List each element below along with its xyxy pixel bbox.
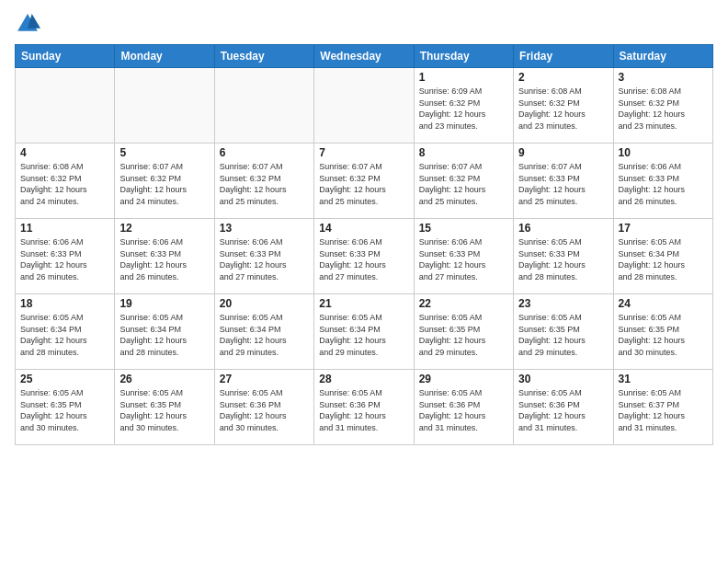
- day-info: Sunrise: 6:06 AM Sunset: 6:33 PM Dayligh…: [619, 161, 708, 207]
- day-number: 30: [518, 373, 608, 385]
- calendar-cell: 15Sunrise: 6:06 AM Sunset: 6:33 PM Dayli…: [414, 219, 513, 294]
- calendar-cell: 22Sunrise: 6:05 AM Sunset: 6:35 PM Dayli…: [414, 294, 513, 370]
- day-number: 26: [119, 373, 209, 385]
- calendar-cell: 23Sunrise: 6:05 AM Sunset: 6:35 PM Dayli…: [514, 294, 613, 370]
- calendar-cell: 12Sunrise: 6:06 AM Sunset: 6:33 PM Dayli…: [115, 219, 214, 294]
- calendar-cell: 4Sunrise: 6:08 AM Sunset: 6:32 PM Daylig…: [16, 144, 115, 219]
- day-info: Sunrise: 6:07 AM Sunset: 6:32 PM Dayligh…: [220, 161, 309, 207]
- calendar-cell: [214, 68, 313, 144]
- calendar-header: SundayMondayTuesdayWednesdayThursdayFrid…: [16, 45, 713, 68]
- day-number: 9: [518, 146, 608, 159]
- day-number: 16: [518, 222, 608, 235]
- day-info: Sunrise: 6:07 AM Sunset: 6:32 PM Dayligh…: [119, 161, 209, 207]
- day-number: 25: [20, 373, 109, 385]
- calendar-cell: 20Sunrise: 6:05 AM Sunset: 6:34 PM Dayli…: [214, 294, 313, 370]
- weekday-header-row: SundayMondayTuesdayWednesdayThursdayFrid…: [16, 45, 713, 68]
- weekday-header-monday: Monday: [115, 45, 214, 68]
- day-info: Sunrise: 6:05 AM Sunset: 6:34 PM Dayligh…: [220, 312, 309, 358]
- logo-icon: [15, 11, 40, 37]
- calendar-cell: 30Sunrise: 6:05 AM Sunset: 6:36 PM Dayli…: [514, 370, 613, 445]
- day-number: 12: [119, 222, 209, 235]
- weekday-header-friday: Friday: [514, 45, 613, 68]
- day-number: 23: [518, 297, 608, 310]
- day-info: Sunrise: 6:05 AM Sunset: 6:35 PM Dayligh…: [619, 312, 708, 358]
- calendar-cell: 7Sunrise: 6:07 AM Sunset: 6:32 PM Daylig…: [314, 144, 414, 219]
- calendar-cell: 11Sunrise: 6:06 AM Sunset: 6:33 PM Dayli…: [16, 219, 115, 294]
- calendar-body: 1Sunrise: 6:09 AM Sunset: 6:32 PM Daylig…: [16, 68, 713, 445]
- day-info: Sunrise: 6:07 AM Sunset: 6:32 PM Dayligh…: [419, 161, 508, 207]
- weekday-header-thursday: Thursday: [414, 45, 513, 68]
- day-info: Sunrise: 6:05 AM Sunset: 6:35 PM Dayligh…: [518, 312, 608, 358]
- calendar-cell: 6Sunrise: 6:07 AM Sunset: 6:32 PM Daylig…: [214, 144, 313, 219]
- week-row-5: 25Sunrise: 6:05 AM Sunset: 6:35 PM Dayli…: [16, 370, 713, 445]
- day-number: 29: [419, 373, 508, 385]
- calendar-cell: 18Sunrise: 6:05 AM Sunset: 6:34 PM Dayli…: [16, 294, 115, 370]
- day-info: Sunrise: 6:05 AM Sunset: 6:35 PM Dayligh…: [20, 387, 109, 433]
- day-info: Sunrise: 6:05 AM Sunset: 6:35 PM Dayligh…: [419, 312, 508, 358]
- weekday-header-wednesday: Wednesday: [314, 45, 414, 68]
- day-info: Sunrise: 6:05 AM Sunset: 6:35 PM Dayligh…: [119, 387, 209, 433]
- day-number: 31: [619, 373, 708, 385]
- day-info: Sunrise: 6:05 AM Sunset: 6:37 PM Dayligh…: [619, 387, 708, 433]
- calendar-cell: 2Sunrise: 6:08 AM Sunset: 6:32 PM Daylig…: [514, 68, 613, 144]
- calendar-cell: 8Sunrise: 6:07 AM Sunset: 6:32 PM Daylig…: [414, 144, 513, 219]
- header: [15, 11, 713, 37]
- day-info: Sunrise: 6:09 AM Sunset: 6:32 PM Dayligh…: [419, 86, 508, 132]
- day-number: 13: [220, 222, 309, 235]
- calendar-cell: 17Sunrise: 6:05 AM Sunset: 6:34 PM Dayli…: [613, 219, 712, 294]
- calendar-cell: 31Sunrise: 6:05 AM Sunset: 6:37 PM Dayli…: [613, 370, 712, 445]
- day-number: 28: [319, 373, 408, 385]
- day-number: 20: [220, 297, 309, 310]
- day-info: Sunrise: 6:06 AM Sunset: 6:33 PM Dayligh…: [119, 236, 209, 282]
- day-number: 17: [619, 222, 708, 235]
- week-row-4: 18Sunrise: 6:05 AM Sunset: 6:34 PM Dayli…: [16, 294, 713, 370]
- calendar-cell: 27Sunrise: 6:05 AM Sunset: 6:36 PM Dayli…: [214, 370, 313, 445]
- day-number: 11: [20, 222, 109, 235]
- day-info: Sunrise: 6:05 AM Sunset: 6:36 PM Dayligh…: [220, 387, 309, 433]
- day-number: 3: [619, 71, 708, 84]
- page: SundayMondayTuesdayWednesdayThursdayFrid…: [0, 0, 728, 563]
- day-info: Sunrise: 6:05 AM Sunset: 6:36 PM Dayligh…: [419, 387, 508, 433]
- week-row-2: 4Sunrise: 6:08 AM Sunset: 6:32 PM Daylig…: [16, 144, 713, 219]
- day-number: 5: [119, 146, 209, 159]
- day-info: Sunrise: 6:06 AM Sunset: 6:33 PM Dayligh…: [220, 236, 309, 282]
- day-info: Sunrise: 6:08 AM Sunset: 6:32 PM Dayligh…: [20, 161, 109, 207]
- calendar-cell: [115, 68, 214, 144]
- day-info: Sunrise: 6:06 AM Sunset: 6:33 PM Dayligh…: [419, 236, 508, 282]
- day-number: 10: [619, 146, 708, 159]
- day-number: 14: [319, 222, 408, 235]
- weekday-header-saturday: Saturday: [613, 45, 712, 68]
- day-number: 24: [619, 297, 708, 310]
- day-number: 6: [220, 146, 309, 159]
- day-info: Sunrise: 6:05 AM Sunset: 6:34 PM Dayligh…: [319, 312, 408, 358]
- calendar-cell: 28Sunrise: 6:05 AM Sunset: 6:36 PM Dayli…: [314, 370, 414, 445]
- day-info: Sunrise: 6:07 AM Sunset: 6:33 PM Dayligh…: [518, 161, 608, 207]
- logo: [15, 11, 44, 37]
- calendar-cell: 21Sunrise: 6:05 AM Sunset: 6:34 PM Dayli…: [314, 294, 414, 370]
- day-number: 15: [419, 222, 508, 235]
- day-number: 27: [220, 373, 309, 385]
- calendar-cell: 10Sunrise: 6:06 AM Sunset: 6:33 PM Dayli…: [613, 144, 712, 219]
- day-number: 2: [518, 71, 608, 84]
- calendar-cell: 13Sunrise: 6:06 AM Sunset: 6:33 PM Dayli…: [214, 219, 313, 294]
- day-number: 8: [419, 146, 508, 159]
- calendar-cell: 16Sunrise: 6:05 AM Sunset: 6:33 PM Dayli…: [514, 219, 613, 294]
- day-number: 7: [319, 146, 408, 159]
- day-number: 21: [319, 297, 408, 310]
- day-info: Sunrise: 6:06 AM Sunset: 6:33 PM Dayligh…: [319, 236, 408, 282]
- calendar-cell: [16, 68, 115, 144]
- calendar-cell: 25Sunrise: 6:05 AM Sunset: 6:35 PM Dayli…: [16, 370, 115, 445]
- calendar-cell: 14Sunrise: 6:06 AM Sunset: 6:33 PM Dayli…: [314, 219, 414, 294]
- calendar-cell: 5Sunrise: 6:07 AM Sunset: 6:32 PM Daylig…: [115, 144, 214, 219]
- calendar-cell: 3Sunrise: 6:08 AM Sunset: 6:32 PM Daylig…: [613, 68, 712, 144]
- week-row-3: 11Sunrise: 6:06 AM Sunset: 6:33 PM Dayli…: [16, 219, 713, 294]
- day-info: Sunrise: 6:06 AM Sunset: 6:33 PM Dayligh…: [20, 236, 109, 282]
- calendar-cell: 24Sunrise: 6:05 AM Sunset: 6:35 PM Dayli…: [613, 294, 712, 370]
- day-number: 22: [419, 297, 508, 310]
- calendar-cell: 1Sunrise: 6:09 AM Sunset: 6:32 PM Daylig…: [414, 68, 513, 144]
- day-info: Sunrise: 6:05 AM Sunset: 6:36 PM Dayligh…: [319, 387, 408, 433]
- day-info: Sunrise: 6:05 AM Sunset: 6:34 PM Dayligh…: [20, 312, 109, 358]
- calendar-cell: 26Sunrise: 6:05 AM Sunset: 6:35 PM Dayli…: [115, 370, 214, 445]
- calendar-cell: [314, 68, 414, 144]
- weekday-header-sunday: Sunday: [16, 45, 115, 68]
